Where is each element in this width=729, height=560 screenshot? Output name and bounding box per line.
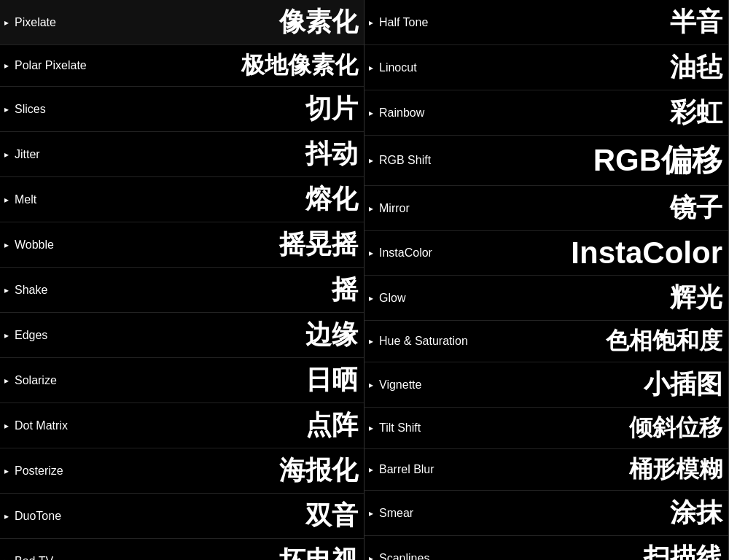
arrow-icon: ▸ xyxy=(369,18,373,28)
menu-item[interactable]: ▸Solarize日晒 xyxy=(0,358,364,403)
menu-item[interactable]: ▸Dot Matrix点阵 xyxy=(0,403,364,448)
menu-item[interactable]: ▸Vignette小插图 xyxy=(364,362,728,408)
en-label: Linocut xyxy=(379,61,417,74)
arrow-icon: ▸ xyxy=(4,376,9,386)
en-label: Polar Pixelate xyxy=(15,59,87,72)
right-menu-column: ▸Half Tone半音▸Linocut油毡▸Rainbow彩虹▸RGB Shi… xyxy=(364,0,729,560)
zh-label: 半音 xyxy=(670,4,722,40)
zh-label: 摇 xyxy=(332,272,358,308)
zh-label: 彩虹 xyxy=(670,95,722,131)
zh-label: 极地像素化 xyxy=(241,50,358,82)
arrow-icon: ▸ xyxy=(4,556,9,561)
en-label: Mirror xyxy=(379,202,410,215)
en-label: Barrel Blur xyxy=(379,463,434,476)
zh-label: 边缘 xyxy=(305,317,358,353)
zh-label: RGB偏移 xyxy=(593,140,722,181)
zh-label: 双音 xyxy=(305,498,358,534)
menu-item[interactable]: ▸Mirror镜子 xyxy=(364,186,728,231)
menu-item[interactable]: ▸Smear涂抹 xyxy=(364,491,728,536)
en-label: Bad TV xyxy=(15,555,53,561)
en-label: Half Tone xyxy=(379,16,428,29)
zh-label: 海报化 xyxy=(279,453,358,489)
en-label: Posterize xyxy=(15,464,63,478)
zh-label: 倾斜位移 xyxy=(629,412,722,444)
menu-item[interactable]: ▸Pixelate像素化 xyxy=(0,0,364,45)
zh-label: 熔化 xyxy=(305,182,358,217)
left-menu-column: ▸Pixelate像素化▸Polar Pixelate极地像素化▸Slices切… xyxy=(0,0,364,560)
menu-item[interactable]: ▸InstaColorInstaColor xyxy=(364,231,728,276)
arrow-icon: ▸ xyxy=(4,104,9,114)
zh-label: 涂抹 xyxy=(670,495,722,531)
arrow-icon: ▸ xyxy=(369,155,373,166)
en-label: DuoTone xyxy=(15,510,61,523)
en-label: Slices xyxy=(15,103,46,116)
arrow-icon: ▸ xyxy=(4,511,9,521)
en-label: Vignette xyxy=(379,378,421,392)
arrow-icon: ▸ xyxy=(369,553,373,561)
arrow-icon: ▸ xyxy=(4,61,9,71)
en-label: Jitter xyxy=(15,148,40,161)
zh-label: 摇晃摇 xyxy=(279,227,358,262)
arrow-icon: ▸ xyxy=(369,63,373,73)
en-label: Smear xyxy=(379,507,413,520)
zh-label: 像素化 xyxy=(279,4,358,40)
en-label: RGB Shift xyxy=(379,154,431,167)
zh-label: 镜子 xyxy=(670,190,722,226)
menu-item[interactable]: ▸Half Tone半音 xyxy=(364,0,728,45)
menu-item[interactable]: ▸Wobble摇晃摇 xyxy=(0,222,364,268)
zh-label: InstaColor xyxy=(571,236,722,271)
en-label: Melt xyxy=(15,193,36,206)
menu-item[interactable]: ▸Slices切片 xyxy=(0,87,364,132)
arrow-icon: ▸ xyxy=(369,464,373,475)
arrow-icon: ▸ xyxy=(369,248,373,258)
en-label: Pixelate xyxy=(15,16,56,29)
zh-label: 抖动 xyxy=(305,136,358,172)
menu-item[interactable]: ▸Melt熔化 xyxy=(0,177,364,222)
menu-item[interactable]: ▸Tilt Shift倾斜位移 xyxy=(364,408,728,449)
menu-item[interactable]: ▸Bad TV坏电视 xyxy=(0,539,364,560)
menu-item[interactable]: ▸Rainbow彩虹 xyxy=(364,90,728,136)
menu-item[interactable]: ▸Jitter抖动 xyxy=(0,132,364,177)
arrow-icon: ▸ xyxy=(369,293,373,303)
en-label: Rainbow xyxy=(379,106,424,120)
menu-item[interactable]: ▸Barrel Blur桶形模糊 xyxy=(364,449,728,491)
menu-item[interactable]: ▸Posterize海报化 xyxy=(0,448,364,494)
en-label: Dot Matrix xyxy=(15,419,68,432)
arrow-icon: ▸ xyxy=(4,195,9,205)
menu-item[interactable]: ▸Edges边缘 xyxy=(0,313,364,358)
en-label: Glow xyxy=(379,292,405,305)
menu-item[interactable]: ▸DuoTone双音 xyxy=(0,494,364,539)
menu-item[interactable]: ▸Linocut油毡 xyxy=(364,45,728,90)
menu-item[interactable]: ▸Scanlines扫描线 xyxy=(364,536,728,560)
en-label: Tilt Shift xyxy=(379,421,421,435)
arrow-icon: ▸ xyxy=(369,108,373,118)
menu-item[interactable]: ▸RGB ShiftRGB偏移 xyxy=(364,136,728,186)
en-label: InstaColor xyxy=(379,246,432,260)
en-label: Hue & Saturation xyxy=(379,335,468,348)
zh-label: 辉光 xyxy=(670,280,722,316)
arrow-icon: ▸ xyxy=(369,508,373,518)
arrow-icon: ▸ xyxy=(4,18,9,28)
en-label: Solarize xyxy=(15,374,57,387)
menu-item[interactable]: ▸Shake摇 xyxy=(0,268,364,313)
arrow-icon: ▸ xyxy=(369,203,373,214)
arrow-icon: ▸ xyxy=(369,336,373,346)
zh-label: 日晒 xyxy=(305,362,358,398)
zh-label: 小插图 xyxy=(644,367,722,402)
en-label: Wobble xyxy=(15,238,54,252)
en-label: Shake xyxy=(15,284,47,297)
en-label: Scanlines xyxy=(379,552,429,561)
arrow-icon: ▸ xyxy=(4,285,9,295)
menu-item[interactable]: ▸Polar Pixelate极地像素化 xyxy=(0,45,364,87)
arrow-icon: ▸ xyxy=(4,330,9,341)
en-label: Edges xyxy=(15,329,47,342)
arrow-icon: ▸ xyxy=(4,149,9,160)
arrow-icon: ▸ xyxy=(369,380,373,390)
zh-label: 油毡 xyxy=(670,50,722,85)
arrow-icon: ▸ xyxy=(4,421,9,431)
zh-label: 点阵 xyxy=(305,408,358,443)
zh-label: 切片 xyxy=(305,91,358,127)
menu-item[interactable]: ▸Glow辉光 xyxy=(364,276,728,321)
menu-item[interactable]: ▸Hue & Saturation色相饱和度 xyxy=(364,321,728,362)
arrow-icon: ▸ xyxy=(4,240,9,250)
